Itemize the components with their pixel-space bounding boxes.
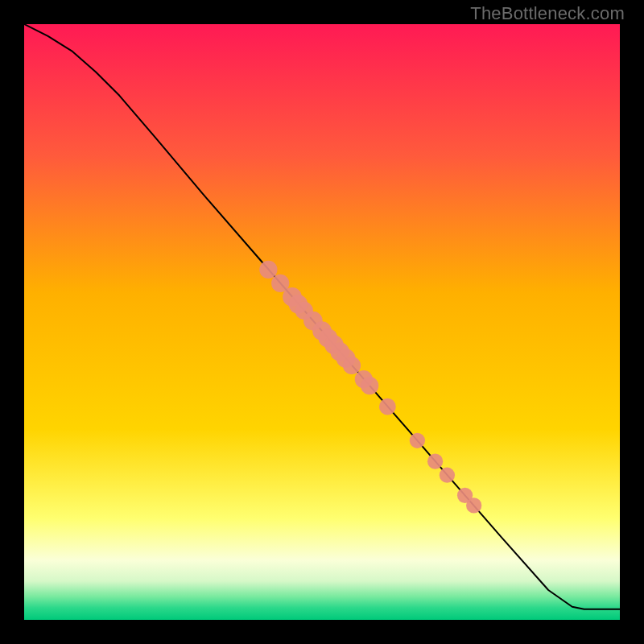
data-point bbox=[440, 468, 455, 483]
chart-stage: TheBottleneck.com bbox=[0, 0, 644, 644]
watermark-text: TheBottleneck.com bbox=[470, 3, 625, 24]
data-point bbox=[427, 454, 443, 469]
data-point bbox=[259, 261, 277, 279]
chart-svg bbox=[24, 24, 620, 620]
data-point bbox=[410, 433, 425, 448]
data-point bbox=[379, 398, 396, 415]
data-point bbox=[466, 497, 481, 513]
data-point bbox=[343, 357, 361, 374]
data-point bbox=[361, 377, 378, 394]
chart-plot-area bbox=[24, 24, 620, 620]
